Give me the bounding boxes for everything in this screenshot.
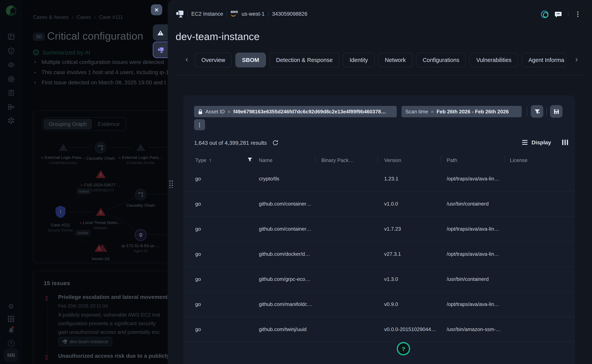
- instance-icon: [157, 47, 164, 53]
- display-label[interactable]: Display: [531, 139, 551, 145]
- drawer-side-tabs: [153, 24, 168, 58]
- table-row[interactable]: gogithub.com/manifoldc…v0.9.0/opt/traps/…: [183, 292, 575, 317]
- column-header-binary-package[interactable]: Binary Pack…: [321, 157, 384, 163]
- columns-icon[interactable]: [562, 140, 568, 145]
- drawer-tabs: ‹ Overview SBOM Detection & Response Ide…: [185, 52, 581, 67]
- column-header-version[interactable]: Version: [384, 157, 447, 163]
- sbom-content-card: Asset ID = f49e6798163e6355d246fd7dc6c92…: [183, 95, 575, 364]
- table-row[interactable]: gogithub.com/grpc-eco…v1.3.0/usr/bin/con…: [183, 267, 575, 292]
- column-label: License: [510, 157, 528, 163]
- divider: [187, 11, 188, 17]
- column-label: Path: [447, 157, 457, 163]
- close-drawer-button[interactable]: ✕: [151, 4, 162, 15]
- lock-icon: [198, 109, 203, 114]
- tabs-scroll-right-icon[interactable]: ›: [575, 55, 581, 65]
- asset-meta-row: EC2 Instance aws us-west-1 343059098826: [175, 10, 307, 18]
- ai-assistant-icon[interactable]: [541, 10, 548, 18]
- column-divider: [504, 155, 505, 163]
- tab-vulnerabilities[interactable]: Vulnerabilities: [470, 52, 518, 67]
- drawer-resize-handle[interactable]: [169, 180, 173, 188]
- column-header-name[interactable]: Name: [259, 157, 321, 163]
- table-header: Type ↑ Name Binary Pack… Version Path Li…: [183, 154, 575, 166]
- column-divider: [315, 155, 316, 163]
- column-divider: [377, 155, 378, 163]
- refresh-icon[interactable]: [272, 140, 279, 146]
- column-divider: [441, 155, 441, 163]
- sort-asc-icon: ↑: [209, 157, 212, 163]
- drawer-header-actions: ⋮: [541, 10, 581, 18]
- instance-icon: [175, 10, 184, 18]
- app-window: ⚙ ? MB Cases & Issues › Cases › Case #11…: [0, 0, 592, 364]
- column-divider: [252, 155, 252, 163]
- filter-field-label: Scan time: [405, 109, 428, 115]
- asset-detail-drawer: EC2 Instance aws us-west-1 343059098826 …: [168, 0, 592, 364]
- tabs-scroll-left-icon[interactable]: ‹: [185, 55, 191, 65]
- filter-field-label: Asset ID: [205, 109, 225, 115]
- side-tab-alerts[interactable]: [153, 24, 168, 41]
- column-label: Binary Pack…: [321, 157, 354, 163]
- column-label: Version: [384, 157, 401, 163]
- tab-identity[interactable]: Identity: [343, 52, 375, 67]
- tab-agent-information[interactable]: Agent Informa: [522, 52, 566, 67]
- table-row[interactable]: gogithub.com/container…v1.0.0/usr/bin/co…: [183, 191, 575, 216]
- column-header-path[interactable]: Path: [447, 157, 510, 163]
- divider: [527, 107, 527, 116]
- divider: [546, 107, 547, 116]
- save-view-button[interactable]: [550, 105, 563, 118]
- tab-detection-response[interactable]: Detection & Response: [269, 52, 339, 67]
- tab-network[interactable]: Network: [378, 52, 412, 67]
- filter-operator: =: [228, 109, 230, 115]
- filter-value: Feb 26th 2026 - Feb 26th 2026: [437, 109, 509, 115]
- results-row: 1,643 out of 4,399,281 results: [194, 140, 279, 146]
- table-row[interactable]: gogithub.com/docker/d…v27.3.1/opt/traps/…: [183, 242, 575, 267]
- divider: [268, 11, 269, 17]
- column-label: Type: [195, 157, 206, 163]
- filter-add-icon: [534, 109, 540, 114]
- table-row[interactable]: gogithub.com/container…v1.7.23/opt/traps…: [183, 216, 575, 242]
- column-header-type[interactable]: Type ↑: [195, 157, 259, 163]
- results-count: 1,643 out of 4,399,281 results: [194, 140, 267, 146]
- divider: [227, 11, 227, 17]
- table-row[interactable]: gocrypto/tls1.23.1/opt/traps/ava/ava-lin…: [183, 166, 575, 191]
- tab-configurations[interactable]: Configurations: [416, 52, 466, 67]
- aws-logo-icon: aws: [231, 10, 238, 16]
- filter-operator: =: [431, 109, 434, 115]
- table-body: gocrypto/tls1.23.1/opt/traps/ava/ava-lin…: [183, 166, 575, 342]
- save-icon: [553, 109, 559, 114]
- filter-applied-icon[interactable]: [248, 157, 252, 163]
- warning-triangle-icon: [157, 30, 164, 35]
- help-floating-button[interactable]: ?: [397, 342, 410, 355]
- modal-scrim: [0, 0, 168, 364]
- asset-type-label: EC2 Instance: [191, 11, 223, 17]
- column-header-license[interactable]: License: [510, 157, 575, 163]
- display-list-icon[interactable]: [522, 140, 528, 145]
- chat-icon[interactable]: [555, 11, 562, 18]
- add-filter-button[interactable]: [531, 105, 543, 118]
- side-tab-asset-active[interactable]: [153, 42, 168, 58]
- table-row[interactable]: gogithub.com/twinj/uuidv0.0.0-2015102904…: [183, 317, 575, 342]
- region-label: us-west-1: [242, 11, 265, 17]
- filter-chip-asset-id[interactable]: Asset ID = f49e6798163e6355d246fd7dc6c92…: [194, 106, 397, 117]
- account-id: 343059098826: [272, 11, 307, 17]
- tab-sbom[interactable]: SBOM: [235, 52, 266, 67]
- kebab-menu-icon[interactable]: ⋮: [575, 11, 581, 17]
- divider: [568, 11, 568, 17]
- asset-title: dev-team-instance: [175, 31, 260, 43]
- column-label: Name: [259, 157, 272, 163]
- filter-chip-scan-time[interactable]: Scan time = Feb 26th 2026 - Feb 26th 202…: [402, 106, 522, 117]
- divider: [177, 75, 585, 75]
- more-filters-button[interactable]: ⋮: [194, 119, 205, 130]
- tab-overview[interactable]: Overview: [195, 52, 232, 67]
- filter-value: f49e6798163e6355d246fd7dc6c92d69d8c2e13e…: [233, 109, 386, 115]
- display-controls: Display: [522, 139, 568, 145]
